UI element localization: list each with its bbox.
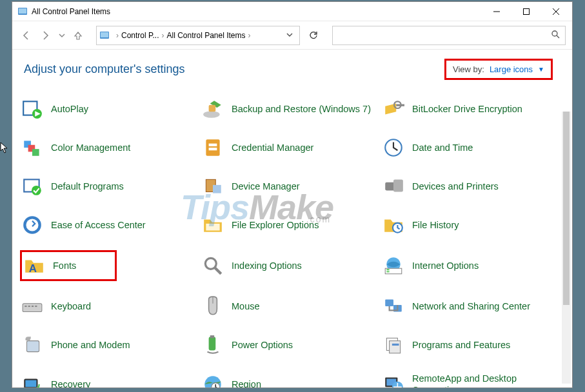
item-label: Internet Options: [412, 260, 479, 271]
cp-item-devicemgr[interactable]: Device Manager: [201, 173, 376, 200]
recent-dropdown[interactable]: [57, 28, 66, 43]
datetime-icon: [382, 137, 404, 159]
item-label: RemoteApp and Desktop Connections: [412, 373, 555, 387]
breadcrumb[interactable]: › Control P... › All Control Panel Items…: [96, 26, 300, 45]
search-icon[interactable]: [551, 30, 560, 41]
search-box[interactable]: [332, 26, 566, 45]
refresh-button[interactable]: [304, 26, 323, 45]
ease-icon: [21, 214, 43, 236]
cp-item-bitlocker[interactable]: BitLocker Drive Encryption: [381, 95, 557, 122]
window-title: All Control Panel Items: [32, 7, 482, 16]
svg-point-20: [32, 186, 41, 195]
svg-rect-2: [524, 8, 530, 14]
minimize-button[interactable]: [482, 2, 511, 21]
internet-icon: [382, 255, 404, 277]
cp-item-ease[interactable]: Ease of Access Center: [20, 211, 195, 239]
item-label: Fonts: [53, 260, 76, 271]
svg-point-8: [203, 111, 220, 118]
item-label: BitLocker Drive Encryption: [412, 103, 522, 115]
svg-rect-41: [209, 337, 216, 350]
page-title: Adjust your computer's settings: [24, 63, 185, 76]
cp-item-network[interactable]: Network and Sharing Center: [381, 293, 557, 320]
devicemgr-icon: [202, 175, 224, 197]
search-input[interactable]: [338, 30, 551, 41]
cp-item-fonts[interactable]: AFonts: [20, 250, 117, 281]
svg-rect-45: [392, 344, 399, 346]
view-by-label: View by:: [453, 64, 484, 74]
cp-item-region[interactable]: Region: [201, 370, 376, 387]
cp-item-color[interactable]: Color Management: [20, 134, 195, 161]
chevron-right-icon: ›: [160, 31, 165, 40]
cp-item-backup[interactable]: Backup and Restore (Windows 7): [201, 95, 376, 122]
cp-item-credential[interactable]: Credential Manager: [201, 134, 376, 161]
cp-item-mouse[interactable]: Mouse: [201, 293, 376, 320]
back-button[interactable]: [19, 28, 34, 43]
item-label: AutoPlay: [51, 103, 88, 115]
recovery-icon: [21, 373, 43, 387]
indexing-icon: [202, 255, 224, 277]
navigation-bar: › Control P... › All Control Panel Items…: [12, 21, 572, 50]
item-label: File History: [412, 219, 459, 231]
cursor-icon: [0, 142, 9, 153]
close-button[interactable]: [541, 2, 571, 21]
item-label: Mouse: [232, 300, 260, 312]
svg-rect-27: [206, 224, 219, 231]
power-icon: [202, 334, 224, 356]
bitlocker-icon: [382, 98, 404, 120]
filehistory-icon: [382, 214, 404, 236]
cp-item-explorer[interactable]: File Explorer Options: [201, 211, 376, 239]
backup-icon: [202, 98, 224, 120]
mouse-icon: [202, 295, 224, 317]
cp-item-default[interactable]: Default Programs: [20, 173, 195, 200]
chevron-right-icon: ›: [247, 31, 252, 40]
cp-item-remoteapp[interactable]: RemoteApp and Desktop Connections: [381, 370, 557, 387]
cp-item-keyboard[interactable]: Keyboard: [20, 293, 195, 320]
chevron-down-icon[interactable]: [283, 31, 297, 40]
svg-rect-40: [27, 341, 39, 352]
window-controls: [482, 2, 571, 21]
item-label: Phone and Modem: [51, 339, 130, 351]
svg-point-26: [26, 219, 38, 231]
cp-item-filehistory[interactable]: File History: [381, 211, 557, 239]
item-label: Backup and Restore (Windows 7): [232, 103, 371, 115]
items-grid: AutoPlayBackup and Restore (Windows 7)Bi…: [20, 95, 557, 387]
cp-item-datetime[interactable]: Date and Time: [381, 134, 557, 161]
network-icon: [382, 295, 404, 317]
svg-rect-33: [23, 304, 42, 312]
item-label: Network and Sharing Center: [412, 300, 530, 312]
item-label: Indexing Options: [232, 260, 302, 271]
cp-item-programs[interactable]: Programs and Features: [381, 331, 557, 358]
maximize-button[interactable]: [511, 2, 541, 21]
svg-rect-42: [210, 335, 214, 338]
cp-item-autoplay[interactable]: AutoPlay: [20, 95, 195, 122]
cp-item-devices[interactable]: Devices and Printers: [381, 173, 557, 200]
svg-rect-37: [35, 306, 37, 307]
scrollbar[interactable]: [562, 112, 571, 384]
item-label: Keyboard: [51, 300, 91, 312]
chevron-right-icon: ›: [115, 31, 120, 40]
item-label: Date and Time: [412, 142, 473, 153]
item-label: Credential Manager: [232, 142, 313, 153]
view-by-control[interactable]: View by: Large icons ▼: [444, 59, 553, 80]
up-button[interactable]: [70, 28, 86, 43]
autoplay-icon: [21, 98, 43, 120]
scrollbar-thumb[interactable]: [563, 112, 570, 305]
cp-item-internet[interactable]: Internet Options: [381, 250, 557, 281]
cp-item-phone[interactable]: Phone and Modem: [20, 331, 195, 358]
cp-item-recovery[interactable]: Recovery: [20, 370, 195, 387]
forward-button[interactable]: [38, 28, 54, 43]
content-area: Adjust your computer's settings View by:…: [12, 50, 572, 387]
view-by-value: Large icons: [490, 64, 533, 74]
svg-rect-36: [32, 306, 34, 307]
credential-icon: [202, 137, 224, 159]
svg-point-5: [552, 31, 557, 36]
breadcrumb-segment[interactable]: All Control Panel Items: [166, 31, 245, 40]
svg-rect-24: [393, 179, 403, 191]
breadcrumb-segment[interactable]: Control P...: [121, 31, 159, 40]
item-label: File Explorer Options: [232, 219, 319, 231]
default-icon: [21, 175, 43, 197]
cp-item-power[interactable]: Power Options: [201, 331, 376, 358]
item-label: Programs and Features: [412, 339, 510, 351]
item-label: Devices and Printers: [412, 181, 499, 192]
cp-item-indexing[interactable]: Indexing Options: [201, 250, 376, 281]
